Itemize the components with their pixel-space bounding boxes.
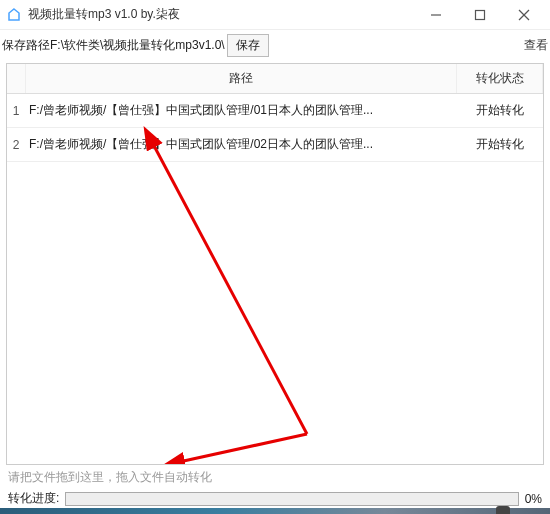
- titlebar: 视频批量转mp3 v1.0 by.柒夜: [0, 0, 550, 30]
- save-path-label: 保存路径: [2, 37, 50, 54]
- table-row[interactable]: 1F:/曾老师视频/【曾仕强】中国式团队管理/01日本人的团队管理...开始转化: [7, 94, 543, 128]
- cell-path: F:/曾老师视频/【曾仕强】中国式团队管理/02日本人的团队管理...: [25, 128, 457, 162]
- window-title: 视频批量转mp3 v1.0 by.柒夜: [28, 6, 414, 23]
- cell-index: 2: [7, 128, 25, 162]
- cell-index: 1: [7, 94, 25, 128]
- save-path-value: F:\软件类\视频批量转化mp3v1.0\: [50, 37, 225, 54]
- table-row[interactable]: 2F:/曾老师视频/【曾仕强】中国式团队管理/02日本人的团队管理...开始转化: [7, 128, 543, 162]
- progress-label: 转化进度:: [8, 490, 59, 507]
- minimize-button[interactable]: [414, 1, 458, 29]
- svg-line-4: [152, 142, 307, 434]
- col-status-header[interactable]: 转化状态: [457, 64, 543, 94]
- bottom-strip-bump: [496, 506, 510, 514]
- bottom-strip: [0, 508, 550, 514]
- maximize-button[interactable]: [458, 1, 502, 29]
- cell-status[interactable]: 开始转化: [457, 128, 543, 162]
- file-table-wrap: 路径 转化状态 1F:/曾老师视频/【曾仕强】中国式团队管理/01日本人的团队管…: [6, 63, 544, 465]
- col-index-header: [7, 64, 25, 94]
- progress-percent: 0%: [525, 492, 542, 506]
- col-path-header[interactable]: 路径: [25, 64, 457, 94]
- file-table: 路径 转化状态 1F:/曾老师视频/【曾仕强】中国式团队管理/01日本人的团队管…: [7, 64, 543, 162]
- save-button[interactable]: 保存: [227, 34, 269, 57]
- svg-line-5: [179, 434, 307, 462]
- app-icon: [6, 7, 22, 23]
- save-path-row: 保存路径 F:\软件类\视频批量转化mp3v1.0\ 保存 查看: [0, 30, 550, 61]
- cell-status[interactable]: 开始转化: [457, 94, 543, 128]
- svg-rect-1: [476, 10, 485, 19]
- view-fragment: 查看: [524, 37, 548, 54]
- progress-row: 转化进度: 0%: [0, 488, 550, 507]
- cell-path: F:/曾老师视频/【曾仕强】中国式团队管理/01日本人的团队管理...: [25, 94, 457, 128]
- drag-hint: 请把文件拖到这里，拖入文件自动转化: [0, 467, 550, 488]
- close-button[interactable]: [502, 1, 546, 29]
- progress-bar: [65, 492, 518, 506]
